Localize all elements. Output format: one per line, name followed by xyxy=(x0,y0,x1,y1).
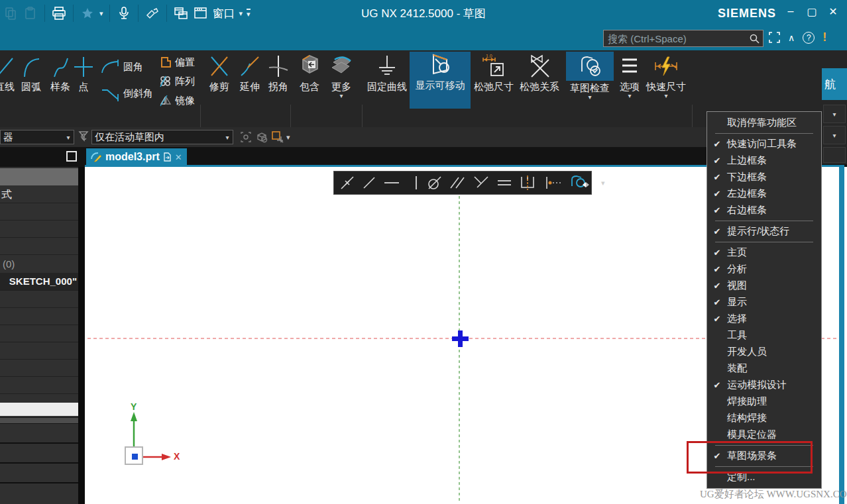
show-movable-button[interactable]: 显示可移动 xyxy=(410,52,471,109)
more-caret-icon[interactable]: ▾ xyxy=(339,93,343,99)
corner-button[interactable]: 拐角 xyxy=(264,53,293,93)
options-button[interactable]: 选项 ▾ xyxy=(615,53,644,99)
slope-constraint-icon[interactable] xyxy=(361,175,377,191)
include-button[interactable]: 包含 xyxy=(294,53,325,93)
menu-item-display[interactable]: ✔显示 xyxy=(707,294,821,311)
point-button[interactable]: 点 xyxy=(72,53,95,93)
filter-reset-icon[interactable] xyxy=(78,130,89,142)
extend-button[interactable]: 延伸 xyxy=(235,53,265,93)
sidebar-row-sketch[interactable]: SKETCH_000" xyxy=(0,273,78,290)
perpendicular-constraint-icon[interactable] xyxy=(473,175,490,191)
sidebar-selected-row[interactable] xyxy=(0,403,78,416)
sidebar-panel-icon[interactable] xyxy=(66,151,78,162)
line-button[interactable]: 直线 xyxy=(0,53,19,93)
sidebar-row-mode[interactable]: 式 xyxy=(1,188,12,202)
menu-item-select[interactable]: ✔选择 xyxy=(707,311,821,327)
fillet-label: 圆角 xyxy=(123,61,143,74)
x-axis-arrow[interactable] xyxy=(143,452,171,462)
menu-item-left-border-bar[interactable]: ✔左边框条 xyxy=(707,185,821,202)
menu-item-cue-status-line[interactable]: ✔提示行/状态行 xyxy=(707,223,821,240)
origin-box[interactable] xyxy=(125,446,143,465)
sidebar-header-row[interactable] xyxy=(0,168,78,185)
snap-options-caret-icon[interactable]: ▾ xyxy=(286,134,290,141)
alert-icon[interactable]: ! xyxy=(822,30,826,44)
menu-item-bottom-border-bar[interactable]: ✔下边框条 xyxy=(707,169,821,185)
sidebar-scroll-row[interactable] xyxy=(0,417,78,424)
sidebar-row-separator xyxy=(0,342,78,342)
sketch-check-caret-icon[interactable]: ▾ xyxy=(588,95,591,100)
maximize-button[interactable]: ▢ xyxy=(805,5,819,18)
menu-item-label: 装配 xyxy=(727,362,747,375)
search-icon[interactable] xyxy=(746,33,763,44)
symmetric-constraint-icon[interactable] xyxy=(519,174,537,191)
fixed-curve-button[interactable]: 固定曲线 xyxy=(366,53,408,93)
minimize-ribbon-icon[interactable]: ∧ xyxy=(788,32,795,43)
relax-relation-button[interactable]: 松弛关系 xyxy=(517,53,562,93)
check-icon: ✔ xyxy=(707,189,727,199)
document-tab-model3[interactable]: model3.prt ✕ xyxy=(86,148,187,166)
spline-button[interactable]: 样条 xyxy=(46,53,74,93)
quick-dimension-button[interactable]: 快速尺寸 ▾ xyxy=(644,53,688,99)
menu-item-weld-assistant[interactable]: ✔焊接助理 xyxy=(707,393,821,410)
toolbar-more-caret-icon[interactable]: ▾ xyxy=(601,179,605,187)
trim-button[interactable]: 修剪 xyxy=(204,53,235,93)
menu-item-tools[interactable]: ✔工具 xyxy=(707,327,821,344)
display-relations-icon[interactable] xyxy=(569,174,589,191)
right-dock-caret-icon[interactable]: ▾ xyxy=(823,126,846,144)
midpoint-constraint-icon[interactable] xyxy=(339,175,355,191)
point-on-string-icon[interactable] xyxy=(543,175,563,191)
title-bar: ▾ 窗口 ▾ ▾ UG NX 2412.5000 - 草图 SIEMENS – xyxy=(0,0,847,26)
tangent-constraint-icon[interactable] xyxy=(426,175,443,191)
mirror-button[interactable]: 镜像 xyxy=(159,94,195,107)
menu-item-view[interactable]: ✔视图 xyxy=(707,277,821,294)
fillet-button[interactable]: 圆角 xyxy=(101,58,143,76)
show-movable-label: 显示可移动 xyxy=(416,79,465,92)
more-button[interactable]: 更多 ▾ xyxy=(326,53,357,99)
arc-button[interactable]: 圆弧 xyxy=(17,53,45,93)
snap-point-icon[interactable] xyxy=(272,131,284,143)
minimize-button[interactable]: – xyxy=(783,5,798,18)
tab-close-icon[interactable]: ✕ xyxy=(175,152,182,162)
menu-item-top-border-bar[interactable]: ✔上边框条 xyxy=(707,152,821,169)
quick-dimension-caret-icon[interactable]: ▾ xyxy=(664,93,667,99)
fullscreen-icon[interactable] xyxy=(769,32,780,43)
snap-solid-icon[interactable] xyxy=(256,131,268,143)
sidebar-row-count[interactable]: (0) xyxy=(3,258,15,270)
sidebar-row-separator xyxy=(0,254,78,255)
menu-item-home[interactable]: ✔主页 xyxy=(707,244,821,261)
menu-item-developer[interactable]: ✔开发人员 xyxy=(707,344,821,360)
selection-filter-caret-icon[interactable]: ▾ xyxy=(63,134,74,141)
vertical-constraint-icon[interactable] xyxy=(412,175,420,191)
menu-item-motion-simulation[interactable]: ✔运动模拟设计 xyxy=(707,377,821,393)
menu-item-structure-welding[interactable]: ✔结构焊接 xyxy=(707,410,821,427)
snap-group-icon[interactable] xyxy=(240,131,252,143)
horizontal-constraint-icon[interactable] xyxy=(383,175,400,191)
y-axis-arrow[interactable] xyxy=(129,412,139,448)
offset-button[interactable]: 偏置 xyxy=(159,56,195,69)
vertical-datum-axis[interactable] xyxy=(459,196,460,502)
chamfer-button[interactable]: 倒斜角 xyxy=(101,85,153,102)
help-icon[interactable]: ? xyxy=(803,32,815,44)
menu-item-assembly[interactable]: ✔装配 xyxy=(707,360,821,377)
relax-dimension-button[interactable]: 1.0 松弛尺寸 xyxy=(472,53,516,93)
selection-scope-combo[interactable]: 仅在活动草图内 ▾ xyxy=(91,130,233,144)
highlight-annotation-rectangle xyxy=(687,441,813,474)
right-dock-caret-icon[interactable]: ▾ xyxy=(823,105,846,123)
pattern-button[interactable]: 阵列 xyxy=(159,75,195,88)
selection-scope-caret-icon[interactable]: ▾ xyxy=(222,134,233,141)
menu-item-analysis[interactable]: ✔分析 xyxy=(707,261,821,277)
right-panel-edge[interactable] xyxy=(839,167,844,504)
parallel-constraint-icon[interactable] xyxy=(449,175,467,191)
menu-item-right-border-bar[interactable]: ✔右边框条 xyxy=(707,202,821,219)
menu-item-undock-ribbon[interactable]: ✔取消停靠功能区 xyxy=(707,115,821,131)
options-caret-icon[interactable]: ▾ xyxy=(628,93,631,99)
sidebar-divider[interactable] xyxy=(78,167,85,504)
selection-filter-combo[interactable]: 器 ▾ xyxy=(0,130,74,144)
navigator-side-tab[interactable]: 航 xyxy=(822,68,847,100)
close-button[interactable]: ✕ xyxy=(826,5,840,18)
right-dock-empty-slot[interactable] xyxy=(823,147,846,163)
sketch-check-button[interactable]: 草图检查 ▾ xyxy=(565,52,615,100)
menu-item-quick-access-toolbar[interactable]: ✔快速访问工具条 xyxy=(707,136,821,152)
equal-constraint-icon[interactable] xyxy=(496,175,513,191)
search-input[interactable] xyxy=(604,33,746,44)
